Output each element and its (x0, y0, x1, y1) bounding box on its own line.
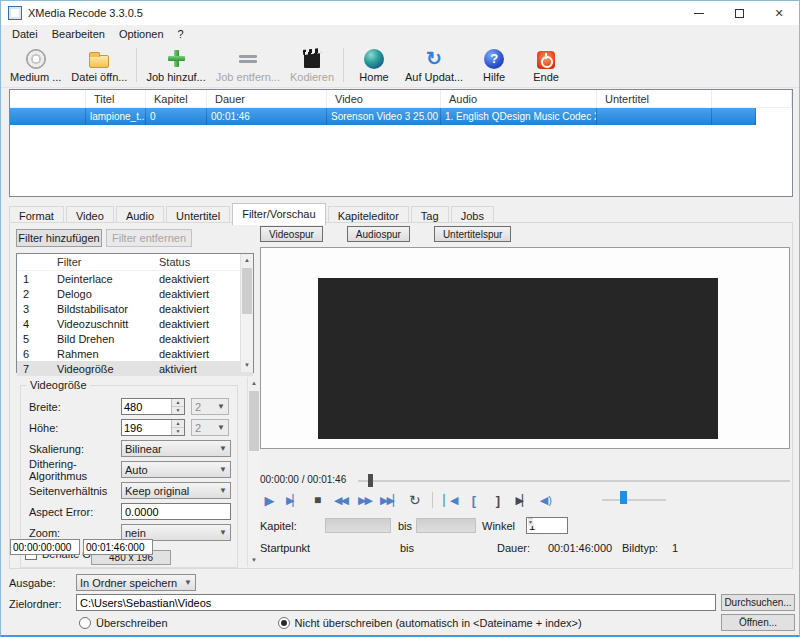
spin-up-icon[interactable]: ▲ (172, 420, 184, 427)
spin-down-icon[interactable]: ▼ (172, 427, 184, 435)
spin-down-icon[interactable]: ▼ (528, 518, 533, 526)
dithering-select[interactable]: Auto▼ (121, 461, 231, 478)
skalierung-label: Skalierung: (29, 443, 121, 455)
video-frame (318, 278, 718, 439)
maximize-button[interactable] (719, 1, 759, 25)
home-button[interactable]: Home (348, 45, 400, 85)
aspect-error-label: Aspect Error: (29, 506, 121, 518)
filter-list: Filter Status 1 Deinterlace deaktiviert … (16, 253, 254, 373)
stop-button[interactable]: ■ (308, 491, 325, 509)
scrollbar-thumb[interactable] (249, 391, 259, 451)
filter-row[interactable]: 2 Delogo deaktiviert (17, 286, 253, 301)
filter-list-scrollbar[interactable]: ▲ ▼ (240, 254, 253, 372)
job-titel: lampione_t... (86, 108, 146, 125)
spin-down-icon[interactable]: ▼ (172, 406, 184, 414)
nicht-ueberschreiben-label: Nicht überschreiben (automatisch in <Dat… (295, 617, 582, 629)
volume-slider[interactable] (602, 499, 666, 501)
open-file-button[interactable]: Datei öffn... (66, 45, 132, 85)
destination-folder-field[interactable] (76, 594, 716, 611)
volume-slider-thumb[interactable] (620, 491, 627, 504)
browse-button[interactable]: Durchsuchen... (721, 594, 795, 611)
quit-button[interactable]: Ende (520, 45, 572, 85)
output-mode-select[interactable]: In Ordner speichern▼ (76, 574, 196, 591)
remove-filter-button: Filter entfernen (106, 229, 192, 247)
kapitel-label: Kapitel: (260, 520, 297, 532)
ausgabe-label: Ausgabe: (9, 577, 55, 589)
filter-row[interactable]: 4 Videozuschnitt deaktiviert (17, 316, 253, 331)
untertitelspur-button[interactable]: Untertitelspur (434, 226, 511, 242)
filter-row-selected[interactable]: 7 Videogröße aktiviert (17, 361, 253, 376)
job-row-selected[interactable]: lampione_t... 0 00:01:46 Sorenson Video … (10, 108, 756, 125)
column-video[interactable]: Video (327, 90, 441, 107)
menu-bearbeiten[interactable]: Bearbeiten (45, 26, 112, 42)
job-video: Sorenson Video 3 25.00 f... (327, 108, 441, 125)
output-section: Ausgabe: In Ordner speichern▼ Zielordner… (1, 569, 799, 635)
filter-row[interactable]: 5 Bild Drehen deaktiviert (17, 331, 253, 346)
bildtyp-value: 1 (672, 542, 678, 554)
update-icon: ↻ (426, 49, 442, 69)
bis-label-2: bis (400, 542, 414, 554)
scroll-up-icon[interactable]: ▲ (241, 254, 253, 267)
chevron-down-icon: ▼ (219, 444, 227, 453)
title-bar: XMedia Recode 3.3.0.5 × (1, 1, 799, 25)
startpunkt-field[interactable] (10, 539, 80, 555)
chevron-down-icon: ▼ (219, 465, 227, 474)
menu-hilfe[interactable]: ? (171, 26, 191, 42)
frame-step-button[interactable]: ▶▏ (284, 491, 301, 509)
chevron-down-icon: ▼ (217, 402, 225, 411)
goto-end-button[interactable]: ▶▏ (513, 491, 530, 509)
column-kapitel[interactable]: Kapitel (146, 90, 207, 107)
add-filter-button[interactable]: Filter hinzufügen (16, 229, 102, 247)
check-update-button[interactable]: ↻ Auf Updat... (400, 45, 468, 85)
app-icon (8, 6, 22, 20)
ueberschreiben-radio[interactable] (79, 617, 91, 629)
menu-optionen[interactable]: Optionen (112, 26, 171, 42)
endpunkt-field[interactable] (83, 539, 153, 555)
scaling-select[interactable]: Bilinear▼ (121, 440, 231, 457)
fast-forward-button[interactable]: ▶▶ (356, 491, 373, 509)
column-titel[interactable]: Titel (86, 90, 146, 107)
scroll-up-icon[interactable]: ▲ (248, 377, 260, 390)
add-job-button[interactable]: Job hinzuf... (141, 45, 210, 85)
column-audio[interactable]: Audio (441, 90, 597, 107)
seek-row: 00:00:00 / 00:01:46 (260, 472, 790, 488)
nicht-ueberschreiben-radio[interactable] (278, 617, 290, 629)
encode-button: Kodieren (285, 45, 339, 85)
tab-filter-vorschau[interactable]: Filter/Vorschau (232, 203, 325, 225)
chapter-row: Kapitel: bis Winkel ▲▼ (10, 517, 792, 535)
filter-row[interactable]: 3 Bildstabilisator deaktiviert (17, 301, 253, 316)
menu-datei[interactable]: Datei (5, 26, 45, 42)
loop-timer-button[interactable]: ↻ (406, 491, 423, 509)
audiospur-button[interactable]: Audiospur (347, 226, 410, 242)
filter-row[interactable]: 1 Deinterlace deaktiviert (17, 271, 253, 286)
kapitel-from-field (325, 518, 391, 533)
app-window: XMedia Recode 3.3.0.5 × Datei Bearbeiten… (0, 0, 800, 637)
volume-button[interactable]: ◀) (537, 491, 554, 509)
column-dauer[interactable]: Dauer (207, 90, 327, 107)
play-to-end-button[interactable]: ▶▶▏ (380, 491, 399, 509)
rewind-button[interactable]: ◀◀ (332, 491, 349, 509)
column-untertitel[interactable]: Untertitel (597, 90, 712, 107)
power-icon (537, 51, 555, 69)
videospur-button[interactable]: Videospur (260, 226, 323, 242)
close-button[interactable]: × (759, 1, 799, 25)
set-end-marker-button[interactable]: ] (489, 491, 506, 509)
minimize-button[interactable] (679, 1, 719, 25)
aspect-ratio-select[interactable]: Keep original▼ (121, 482, 231, 499)
help-button[interactable]: Hilfe (468, 45, 520, 85)
width-stepper[interactable]: ▲▼ (121, 398, 185, 415)
set-start-marker-button[interactable]: [ (465, 491, 482, 509)
scroll-down-icon[interactable]: ▼ (241, 359, 253, 372)
spin-up-icon[interactable]: ▲ (172, 399, 184, 406)
scrollbar-thumb[interactable] (242, 268, 252, 314)
filter-row[interactable]: 6 Rahmen deaktiviert (17, 346, 253, 361)
open-medium-button[interactable]: Medium ... (5, 45, 66, 85)
height-stepper[interactable]: ▲▼ (121, 419, 185, 436)
videosize-group-title: Videogröße (27, 379, 90, 391)
seek-slider-thumb[interactable] (368, 474, 373, 487)
seek-slider[interactable] (358, 480, 790, 482)
play-button[interactable]: ▶ (260, 491, 277, 509)
goto-start-button[interactable]: ▏◀ (441, 491, 458, 509)
open-button[interactable]: Öffnen... (721, 614, 795, 631)
winkel-stepper[interactable]: ▲▼ (526, 517, 568, 534)
